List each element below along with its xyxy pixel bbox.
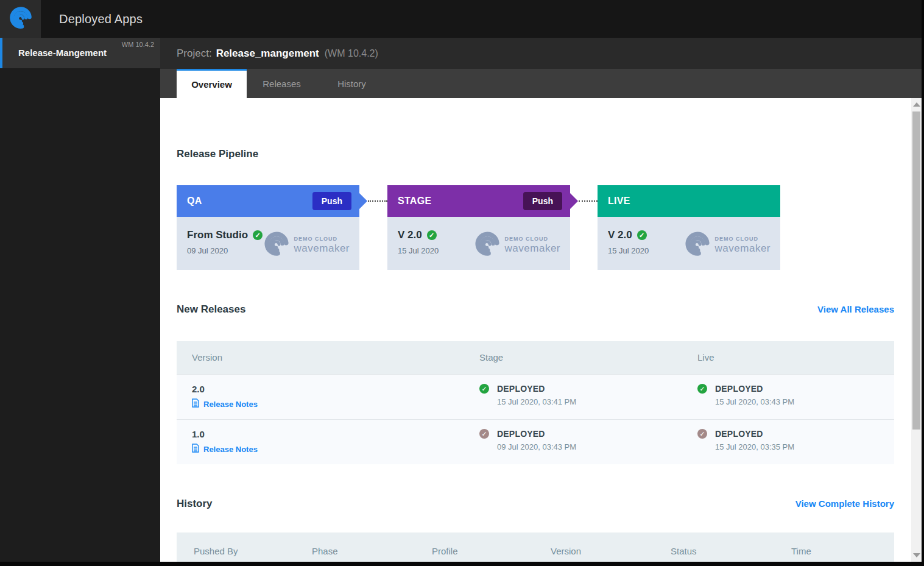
scroll-down-icon[interactable]: [913, 553, 920, 557]
wavemaker-wave-icon: [9, 5, 33, 32]
demo-cloud-logo: DEMO CLOUD wavemaker: [474, 230, 560, 260]
stage-version: From Studio ✓: [187, 229, 263, 241]
status-time: 15 Jul 2020, 03:35 PM: [715, 442, 794, 451]
release-notes-link[interactable]: Release Notes: [192, 444, 258, 455]
new-releases-table-header: Version Stage Live: [177, 341, 894, 374]
scroll-up-icon[interactable]: [913, 102, 920, 107]
project-header-label: Project:: [177, 48, 212, 60]
project-version: (WM 10.4.2): [325, 48, 378, 59]
project-name: Release_mangement: [216, 48, 319, 60]
stage-status-cell: ✓ DEPLOYED 09 Jul 2020, 03:43 PM: [479, 429, 576, 451]
pipeline-card-live-header: LIVE: [598, 185, 780, 217]
view-all-releases-link[interactable]: View All Releases: [817, 304, 894, 314]
column-header-live: Live: [697, 352, 714, 363]
scrollbar-thumb[interactable]: [912, 111, 920, 430]
sidebar: Release-Mangement WM 10.4.2: [0, 38, 160, 562]
demo-cloud-logo: DEMO CLOUD wavemaker: [263, 230, 350, 260]
tab-overview[interactable]: Overview: [177, 69, 247, 98]
sidebar-item-release-mangement[interactable]: Release-Mangement WM 10.4.2: [0, 38, 160, 68]
demo-cloud-label: DEMO CLOUD: [505, 236, 560, 242]
top-bar: Deployed Apps: [0, 0, 924, 38]
check-circle-icon: ✓: [479, 384, 489, 394]
column-header-pushed-by: Pushed By: [194, 546, 238, 556]
check-circle-icon: ✓: [697, 384, 707, 394]
status-label: DEPLOYED: [497, 384, 545, 394]
sidebar-item-version: WM 10.4.2: [122, 41, 154, 48]
right-edge-border: [922, 0, 924, 566]
tab-releases[interactable]: Releases: [247, 69, 317, 98]
check-circle-icon: ✓: [697, 429, 707, 439]
stage-date: 15 Jul 2020: [398, 246, 439, 255]
new-releases-title: New Releases: [177, 303, 245, 316]
arrow-right-icon: [359, 193, 367, 209]
arrow-right-icon: [570, 193, 578, 209]
new-releases-table: Version Stage Live 2.0 Release Notes: [177, 341, 894, 464]
push-to-live-button[interactable]: Push: [523, 192, 562, 210]
status-time: 15 Jul 2020, 03:43 PM: [715, 397, 794, 406]
history-table: Pushed By Phase Profile Version Status T…: [177, 532, 894, 565]
view-complete-history-link[interactable]: View Complete History: [795, 498, 894, 509]
wavemaker-wave-icon: [263, 230, 290, 260]
status-time: 15 Jul 2020, 03:41 PM: [497, 397, 576, 406]
release-notes-link[interactable]: Release Notes: [192, 398, 258, 409]
version-number: 2.0: [192, 384, 258, 394]
column-header-version: Version: [551, 546, 581, 556]
version-cell: 2.0 Release Notes: [192, 384, 258, 409]
pipeline-card-stage: STAGE Push V 2.0 ✓ 15 Jul 2020: [387, 185, 570, 270]
tab-history[interactable]: History: [317, 69, 387, 98]
vertical-scrollbar[interactable]: [911, 98, 922, 562]
check-circle-icon: ✓: [427, 230, 437, 240]
wavemaker-logo-button[interactable]: [0, 0, 41, 38]
sidebar-item-label: Release-Mangement: [18, 48, 107, 58]
check-circle-icon: ✓: [637, 230, 647, 240]
project-header: Project: Release_mangement (WM 10.4.2): [160, 38, 924, 69]
pipeline-connector: [579, 200, 598, 202]
history-table-header: Pushed By Phase Profile Version Status T…: [177, 532, 894, 565]
app-title: Deployed Apps: [59, 0, 143, 38]
stage-name: QA: [187, 196, 312, 207]
app-root: Deployed Apps Release-Mangement WM 10.4.…: [0, 0, 924, 566]
stage-status-cell: ✓ DEPLOYED 15 Jul 2020, 03:41 PM: [479, 384, 576, 406]
wavemaker-label: wavemaker: [294, 242, 350, 255]
stage-date: 15 Jul 2020: [608, 246, 649, 255]
stage-date: 09 Jul 2020: [187, 246, 228, 255]
stage-name: LIVE: [608, 196, 772, 207]
status-label: DEPLOYED: [715, 384, 763, 394]
pipeline-card-qa: QA Push From Studio ✓ 09 Jul 2020: [177, 185, 359, 270]
demo-cloud-logo: DEMO CLOUD wavemaker: [684, 230, 771, 260]
column-header-profile: Profile: [432, 546, 458, 556]
column-header-phase: Phase: [312, 546, 338, 556]
status-label: DEPLOYED: [497, 429, 545, 439]
version-cell: 1.0 Release Notes: [192, 429, 258, 455]
pipeline-card-stage-header: STAGE Push: [387, 185, 570, 217]
stage-version: V 2.0 ✓: [608, 229, 647, 241]
stage-name: STAGE: [398, 196, 523, 207]
demo-cloud-label: DEMO CLOUD: [715, 236, 771, 242]
pipeline-card-live: LIVE V 2.0 ✓ 15 Jul 2020: [598, 185, 780, 270]
table-row: 2.0 Release Notes ✓ DEP: [177, 374, 894, 419]
overview-panel: Release Pipeline QA Push From Studio ✓ 0…: [160, 98, 924, 562]
check-circle-icon: ✓: [479, 429, 489, 439]
document-icon: [192, 444, 199, 455]
pipeline-card-live-body: V 2.0 ✓ 15 Jul 2020 DEMO CLOUD wavem: [598, 217, 780, 270]
demo-cloud-label: DEMO CLOUD: [294, 236, 350, 242]
pipeline-connector: [368, 200, 387, 202]
column-header-time: Time: [791, 546, 811, 556]
tab-bar: Overview Releases History: [160, 69, 924, 98]
push-to-stage-button[interactable]: Push: [312, 192, 351, 210]
history-title: History: [177, 498, 213, 510]
column-header-stage: Stage: [479, 352, 503, 363]
release-pipeline-title: Release Pipeline: [177, 148, 258, 160]
status-time: 09 Jul 2020, 03:43 PM: [497, 442, 576, 451]
live-status-cell: ✓ DEPLOYED 15 Jul 2020, 03:35 PM: [697, 429, 794, 451]
check-circle-icon: ✓: [253, 230, 263, 240]
column-header-status: Status: [671, 546, 697, 556]
wavemaker-label: wavemaker: [505, 242, 560, 255]
status-label: DEPLOYED: [715, 429, 763, 439]
stage-version: V 2.0 ✓: [398, 229, 437, 241]
pipeline-card-qa-body: From Studio ✓ 09 Jul 2020 DEMO CLOUD: [177, 217, 359, 270]
version-number: 1.0: [192, 429, 258, 439]
wavemaker-label: wavemaker: [715, 242, 771, 255]
wavemaker-wave-icon: [474, 230, 501, 260]
live-status-cell: ✓ DEPLOYED 15 Jul 2020, 03:43 PM: [697, 384, 794, 406]
